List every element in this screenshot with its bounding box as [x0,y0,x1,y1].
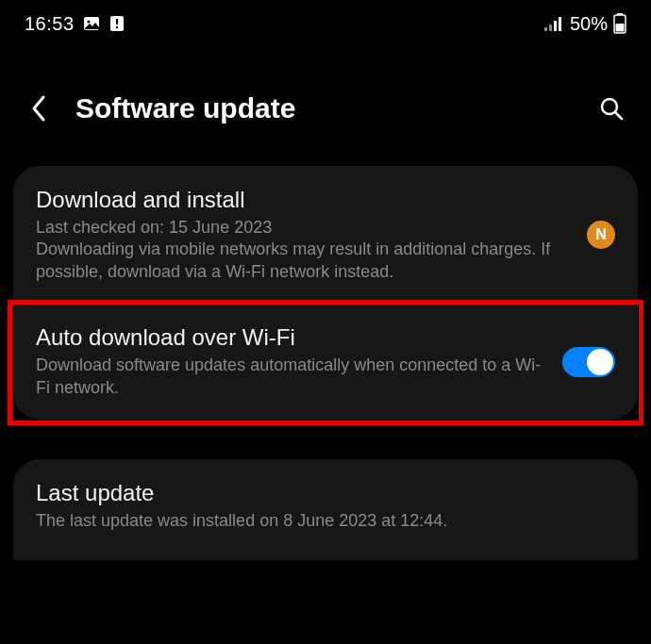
svg-rect-4 [116,26,118,28]
signal-icon [543,15,564,32]
last-update-desc: The last update was installed on 8 June … [36,510,615,532]
image-icon [82,14,101,33]
status-bar: 16:53 50% [0,0,651,45]
svg-rect-3 [116,19,118,25]
settings-group-1: Download and install Last checked on: 15… [13,166,638,420]
svg-rect-8 [559,17,561,31]
svg-point-1 [87,20,90,23]
svg-rect-6 [549,25,552,31]
battery-icon [613,13,626,34]
svg-rect-7 [554,21,557,31]
svg-rect-5 [544,27,547,31]
alert-icon [108,15,125,32]
download-install-title: Download and install [36,187,572,213]
last-update-item[interactable]: Last update The last update was installe… [13,459,638,560]
auto-download-title: Auto download over Wi-Fi [36,324,547,351]
download-install-item[interactable]: Download and install Last checked on: 15… [13,166,638,304]
download-install-desc: Downloading via mobile networks may resu… [36,239,572,283]
auto-download-desc: Download software updates automatically … [36,355,547,399]
auto-download-item[interactable]: Auto download over Wi-Fi Download softwa… [13,304,638,420]
battery-percentage: 50% [570,13,608,35]
svg-line-13 [615,112,622,119]
page-header: Software update [0,45,651,151]
last-update-title: Last update [36,480,615,506]
search-button[interactable] [596,93,626,124]
download-install-last-checked: Last checked on: 15 June 2023 [36,217,572,239]
status-time: 16:53 [25,13,75,35]
notification-badge: N [587,221,615,249]
svg-rect-11 [616,24,625,32]
auto-download-toggle[interactable] [562,347,615,377]
page-title: Software update [75,92,295,124]
toggle-knob [587,349,613,375]
back-button[interactable] [25,94,53,123]
